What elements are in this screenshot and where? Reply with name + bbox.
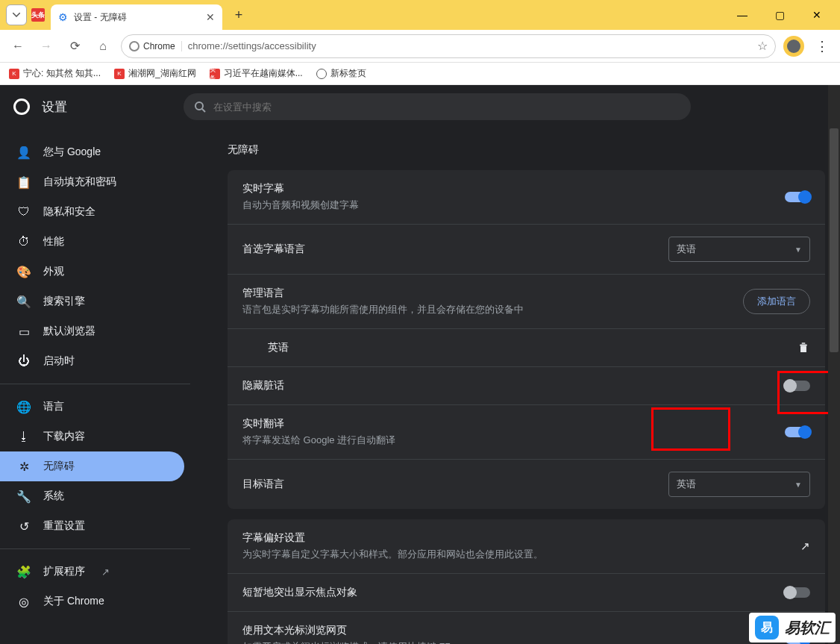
row-caption-language: 首选字幕语言 英语▼: [228, 224, 825, 274]
pinned-favicon[interactable]: 头条: [31, 8, 45, 22]
reset-icon: ↺: [16, 519, 31, 534]
gear-icon: ⚙: [58, 11, 68, 23]
forward-button[interactable]: →: [36, 36, 57, 57]
profile-avatar[interactable]: [783, 36, 804, 57]
sidebar-item-search-engine[interactable]: 🔍搜索引擎: [0, 287, 184, 316]
site-chip[interactable]: Chrome: [129, 41, 182, 51]
watermark-logo: 易: [755, 616, 779, 640]
sidebar-item-you-and-google[interactable]: 👤您与 Google: [0, 137, 184, 167]
address-bar: ← → ⟳ ⌂ Chrome chrome://settings/accessi…: [0, 30, 840, 63]
site-chip-label: Chrome: [143, 41, 175, 51]
clipboard-icon: 📋: [16, 175, 31, 190]
flash-focus-toggle[interactable]: [785, 587, 810, 598]
sidebar-item-on-startup[interactable]: ⏻启动时: [0, 346, 184, 376]
caption-language-select[interactable]: 英语▼: [668, 237, 810, 262]
download-icon: ⭳: [16, 430, 31, 443]
bookmark-item[interactable]: 头条习近平在越南媒体...: [210, 67, 303, 80]
reload-button[interactable]: ⟳: [64, 36, 85, 57]
shield-icon: 🛡: [16, 205, 31, 219]
row-caption-preferences[interactable]: 字幕偏好设置为实时字幕自定义字幕大小和样式。部分应用和网站也会使用此设置。 ↗: [228, 519, 825, 573]
maximize-button[interactable]: ▢: [768, 4, 791, 26]
live-caption-toggle[interactable]: [785, 192, 810, 202]
row-flash-focus: 短暂地突出显示焦点对象: [228, 573, 825, 611]
scrollbar-track[interactable]: [828, 85, 840, 644]
sidebar-item-performance[interactable]: ⏱性能: [0, 227, 184, 257]
bookmark-item[interactable]: K湘潮网_湖南红网: [114, 67, 196, 80]
external-link-icon: ↗: [101, 566, 110, 578]
chevron-down-icon: ▼: [794, 246, 802, 254]
target-language-select[interactable]: 英语▼: [668, 472, 810, 497]
sidebar-item-extensions[interactable]: 🧩扩展程序↗: [0, 557, 184, 587]
menu-button[interactable]: ⋮: [812, 36, 833, 57]
sidebar-item-languages[interactable]: 🌐语言: [0, 392, 184, 422]
chrome-icon: [129, 41, 140, 51]
chevron-down-icon: ▼: [794, 481, 802, 489]
sidebar-separator: [0, 384, 190, 384]
settings-app: 设置 👤您与 Google 📋自动填充和密码 🛡隐私和安全 ⏱性能 🎨外观 🔍搜…: [0, 85, 840, 644]
bookmark-favicon: K: [114, 69, 125, 79]
url-box[interactable]: Chrome chrome://settings/accessibility ☆: [121, 34, 776, 58]
row-live-caption: 实时字幕自动为音频和视频创建字幕: [228, 170, 825, 224]
sidebar-item-system[interactable]: 🔧系统: [0, 481, 184, 511]
power-icon: ⏻: [16, 354, 31, 368]
close-icon[interactable]: ✕: [206, 11, 215, 23]
window-icon: ▭: [16, 325, 31, 339]
browser-tab[interactable]: ⚙ 设置 - 无障碍 ✕: [51, 4, 222, 30]
svg-rect-4: [802, 343, 806, 344]
bookmark-star-icon[interactable]: ☆: [757, 39, 768, 53]
minimize-button[interactable]: —: [731, 4, 753, 26]
sidebar-item-privacy[interactable]: 🛡隐私和安全: [0, 197, 184, 227]
bookmark-item[interactable]: K宁心: 知其然 知其...: [9, 67, 101, 80]
delete-icon[interactable]: [797, 341, 810, 354]
external-link-icon: ↗: [800, 540, 810, 553]
home-button[interactable]: ⌂: [93, 36, 113, 57]
window-titlebar: 头条 ⚙ 设置 - 无障碍 ✕ + — ▢ ✕: [0, 0, 840, 30]
chrome-icon: ◎: [16, 595, 31, 609]
settings-title: 设置: [42, 99, 67, 116]
bookmark-favicon: 头条: [210, 69, 220, 79]
palette-icon: 🎨: [16, 265, 31, 279]
chrome-icon: [13, 99, 30, 115]
bookmarks-bar: K宁心: 知其然 知其... K湘潮网_湖南红网 头条习近平在越南媒体... 新…: [0, 63, 840, 85]
bookmark-favicon: K: [9, 69, 19, 79]
speed-icon: ⏱: [16, 235, 31, 248]
add-language-button[interactable]: 添加语言: [743, 289, 810, 314]
new-tab-button[interactable]: +: [228, 4, 249, 25]
settings-card: 实时字幕自动为音频和视频创建字幕 首选字幕语言 英语▼ 管理语言语言包是实时字幕…: [228, 170, 825, 509]
bookmark-item[interactable]: 新标签页: [316, 67, 366, 80]
globe-icon: [316, 69, 327, 79]
url-text: chrome://settings/accessibility: [188, 40, 751, 51]
puzzle-icon: 🧩: [16, 565, 31, 579]
row-language-item: 英语: [228, 328, 825, 366]
row-live-translate: 实时翻译将字幕发送给 Google 进行自动翻译: [228, 404, 825, 459]
close-window-button[interactable]: ✕: [806, 4, 828, 26]
scrollbar-thumb[interactable]: [830, 128, 839, 352]
hide-profanity-toggle[interactable]: [785, 381, 810, 391]
page-heading: 无障碍: [228, 143, 825, 157]
tab-dropdown-button[interactable]: [6, 4, 27, 25]
search-icon: 🔍: [16, 295, 31, 309]
settings-sidebar: 👤您与 Google 📋自动填充和密码 🛡隐私和安全 ⏱性能 🎨外观 🔍搜索引擎…: [0, 85, 190, 644]
settings-content: 无障碍 实时字幕自动为音频和视频创建字幕 首选字幕语言 英语▼ 管理语言语言包是…: [190, 85, 840, 644]
sidebar-item-accessibility[interactable]: ✲无障碍: [0, 451, 184, 481]
live-translate-toggle[interactable]: [785, 427, 810, 437]
chevron-down-icon: [13, 13, 20, 17]
watermark-text: 易软汇: [785, 618, 830, 638]
row-target-language: 目标语言 英语▼: [228, 459, 825, 509]
accessibility-icon: ✲: [16, 460, 31, 474]
row-hide-profanity: 隐藏脏话: [228, 366, 825, 404]
settings-card: 字幕偏好设置为实时字幕自定义字幕大小和样式。部分应用和网站也会使用此设置。 ↗ …: [228, 519, 825, 644]
sidebar-item-appearance[interactable]: 🎨外观: [0, 257, 184, 287]
sidebar-item-reset[interactable]: ↺重置设置: [0, 511, 184, 541]
sidebar-item-autofill[interactable]: 📋自动填充和密码: [0, 167, 184, 197]
globe-icon: 🌐: [16, 400, 31, 414]
wrench-icon: 🔧: [16, 490, 31, 504]
watermark: 易 易软汇: [749, 613, 836, 643]
sidebar-item-downloads[interactable]: ⭳下载内容: [0, 422, 184, 451]
back-button[interactable]: ←: [7, 36, 28, 57]
sidebar-item-about-chrome[interactable]: ◎关于 Chrome: [0, 587, 184, 616]
sidebar-item-default-browser[interactable]: ▭默认浏览器: [0, 316, 184, 346]
tab-title: 设置 - 无障碍: [74, 11, 200, 24]
row-caret-browsing: 使用文本光标浏览网页如需开启或关闭光标浏览模式，请使用快捷键 F7: [228, 611, 825, 644]
svg-rect-3: [800, 345, 807, 346]
